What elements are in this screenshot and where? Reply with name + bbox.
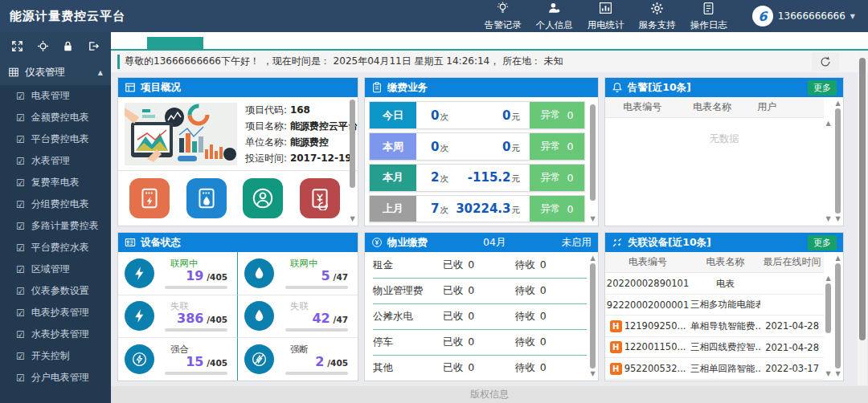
nav-operation-log[interactable]: 操作日志 — [683, 2, 735, 31]
nav-service-support[interactable]: 服务支持 — [632, 2, 683, 31]
more-button[interactable]: 更多 — [808, 80, 837, 96]
user-menu[interactable]: 6 13666666666 ▼ — [735, 6, 868, 26]
scroll-down-icon[interactable]: ▼ — [825, 370, 830, 377]
checkbox-icon: ☑ — [16, 221, 25, 232]
sidebar-item[interactable]: ☑仪表参数设置 — [0, 280, 111, 302]
status-label: 失联 — [290, 300, 309, 312]
scrollbar-thumb[interactable] — [835, 263, 841, 368]
checkbox-icon: ☑ — [16, 264, 25, 275]
nav-electricity-stats[interactable]: 用电统计 — [580, 2, 632, 31]
table-row[interactable]: 92220002000001三相多功能电能表 — [605, 295, 824, 316]
table-scrollbar: ▲ ▼ — [824, 120, 833, 222]
service-support-icon — [650, 2, 664, 18]
pay-amount: 30224.3元 — [456, 202, 520, 216]
scrollbar-thumb[interactable] — [859, 58, 866, 340]
checkbox-icon: ☑ — [16, 372, 25, 384]
lock-icon[interactable] — [59, 36, 78, 55]
pay-amount: -115.2元 — [468, 170, 520, 185]
scroll-up-icon[interactable]: ▲ — [825, 275, 830, 282]
main-content: 尊敬的13666666666下午好！ ，现在时间是： 2025年04月11日 星… — [111, 32, 868, 403]
header-nav: 告警记录 个人信息 用电统计 服务支持 操作日志 — [477, 2, 735, 31]
scroll-down-icon[interactable]: ▼ — [835, 370, 840, 377]
accent-bar — [117, 55, 120, 69]
scroll-down-icon[interactable]: ▼ — [825, 215, 830, 222]
dashboard-grid: 项目概况 项目代码: 168 — [111, 72, 868, 386]
scroll-down-icon[interactable]: ▼ — [835, 215, 840, 222]
h-badge: H — [610, 363, 622, 375]
scroll-up-icon[interactable]: ▲ — [835, 100, 840, 107]
panel-header: 物业缴费 04月 未启用 — [365, 233, 598, 252]
sidebar-item[interactable]: ☑复费率电表 — [0, 172, 111, 193]
status-cell: 联网中19 /405 — [118, 252, 238, 295]
panel-scrollbar: ▲ ▼ — [833, 100, 842, 222]
scroll-down-icon[interactable]: ▼ — [350, 215, 354, 222]
column-header: 电表名称 — [679, 100, 745, 114]
property-month: 04月 — [483, 236, 506, 250]
sidebar-item[interactable]: ☑开关控制 — [0, 345, 111, 367]
panel-scrollbar: ▼ — [348, 100, 357, 222]
offline-table-body: 20220002890101电表 92220002000001三相多功能电能表 … — [605, 273, 824, 380]
table-row[interactable]: H122001150...三相四线费控智...2021-04-28 — [605, 337, 824, 359]
panel-title: 失联设备[近10条] — [628, 236, 711, 250]
column-header: 电表名称 — [690, 255, 760, 269]
pay-count: 7次 — [431, 202, 448, 216]
sidebar-group-meter-management[interactable]: 仪表管理 ▲ — [0, 59, 111, 85]
sidebar-item[interactable]: ☑平台费控水表 — [0, 237, 111, 258]
status-label: 联网中 — [290, 258, 318, 270]
nav-personal-info[interactable]: 个人信息 — [529, 2, 580, 31]
scroll-up-icon[interactable]: ▲ — [825, 120, 830, 127]
sidebar-item[interactable]: ☑电表管理 — [0, 85, 111, 107]
project-field: 投运时间: 2017-12-19 — [245, 152, 358, 165]
electric-icon — [125, 258, 154, 288]
payment-row: 本月 2次-115.2元 异常0 — [369, 164, 585, 192]
progress-bar — [165, 372, 227, 375]
scroll-up-icon[interactable]: ▲ — [590, 254, 595, 262]
refresh-button[interactable] — [812, 52, 839, 71]
sidebar-item[interactable]: ☑区域管理 — [0, 258, 111, 280]
water-meter-icon[interactable] — [186, 178, 227, 218]
sidebar-item[interactable]: ☑分组费控电表 — [0, 193, 111, 215]
sidebar-item[interactable]: ☑多路计量费控表 — [0, 215, 111, 237]
sidebar-item[interactable]: ☑金额费控电表 — [0, 107, 111, 128]
empty-state: 无数据 — [605, 132, 843, 146]
payment-row: 本周 0次0元 异常0 — [369, 132, 585, 161]
sidebar-item[interactable]: ☑电表抄表管理 — [0, 302, 111, 324]
sidebar-item[interactable]: ☑平台费控电表 — [0, 128, 111, 150]
chevron-up-icon: ▲ — [98, 69, 103, 76]
footer: 版权信息 — [111, 386, 868, 403]
scroll-down-icon[interactable]: ▼ — [590, 370, 595, 377]
scrollbar-thumb[interactable] — [825, 283, 831, 333]
scrollbar-thumb[interactable] — [350, 100, 355, 188]
sidebar-item[interactable]: ☑水表管理 — [0, 150, 111, 172]
column-header: 电表编号 — [605, 255, 690, 269]
more-button[interactable]: 更多 — [808, 235, 837, 250]
nav-label: 用电统计 — [588, 19, 624, 31]
table-row[interactable]: H121909250...单相导轨智能费...2021-04-28 — [605, 315, 824, 337]
sidebar-item[interactable]: ☑水表抄表管理 — [0, 324, 111, 345]
checkbox-icon: ☑ — [16, 177, 25, 189]
status-total: /405 — [207, 315, 227, 324]
panel-scrollbar: ▲ ▼ — [588, 254, 597, 377]
property-rows: 租金已收0待收0 物业管理费已收0待收0 公摊水电已收0待收0 停车已收0待收0… — [365, 252, 598, 381]
column-header: 电表编号 — [605, 100, 679, 114]
electric-meter-icon[interactable] — [129, 178, 170, 218]
fullscreen-icon[interactable] — [8, 36, 27, 55]
tab-home[interactable] — [147, 37, 203, 49]
payment-row: 上月 7次30224.3元 异常0 — [369, 195, 585, 223]
nav-alarm-record[interactable]: 告警记录 — [477, 2, 529, 31]
sidebar: 仪表管理 ▲ ☑电表管理 ☑金额费控电表 ☑平台费控电表 ☑水表管理 ☑复费率电… — [0, 32, 111, 403]
scrollbar-thumb[interactable] — [590, 104, 596, 201]
scroll-down-icon[interactable]: ▼ — [590, 215, 595, 222]
scrollbar-thumb[interactable] — [590, 263, 596, 368]
scrollbar-thumb[interactable] — [835, 108, 841, 214]
logout-icon[interactable] — [84, 36, 103, 55]
table-row[interactable]: 20220002890101电表 — [605, 273, 824, 295]
scroll-up-icon[interactable]: ▲ — [835, 254, 840, 262]
yuan-bill-icon[interactable] — [300, 178, 340, 218]
locate-icon[interactable] — [33, 36, 52, 55]
abnormal-badge: 异常0 — [530, 102, 584, 128]
sidebar-item[interactable]: ☑分户电表管理 — [0, 367, 111, 389]
user-icon[interactable] — [243, 178, 283, 218]
table-row[interactable]: H952200532...三相单回路智能...2022-03-17 — [605, 358, 824, 380]
app-title: 能源计量费控云平台 — [0, 9, 125, 24]
